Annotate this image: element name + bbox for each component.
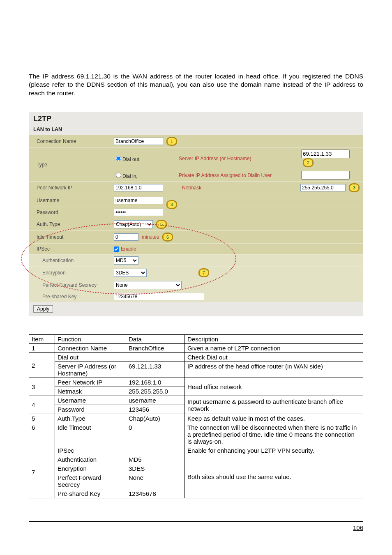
peer-network-input[interactable]	[114, 184, 163, 191]
idle-unit: minutes	[142, 234, 159, 240]
reference-table: Item Function Data Description 1 Connect…	[29, 334, 363, 498]
table-row: Server IP Address (or Hostname) 69.121.1…	[29, 362, 363, 378]
server-ip-label: Server IP Address (or Hostname)	[179, 156, 298, 161]
table-row: Authentication MD5 Both sites should use…	[29, 455, 363, 464]
connection-name-input[interactable]	[114, 138, 163, 145]
table-row: 6 Idle Timeout 0 The connection will be …	[29, 423, 363, 446]
encryption-label: Encryption	[29, 266, 111, 279]
psk-input[interactable]	[114, 293, 204, 300]
callout-1: 1	[166, 137, 177, 146]
encryption-select[interactable]: 3DES	[114, 269, 147, 277]
type-label: Type	[29, 147, 111, 181]
callout-6: 6	[162, 233, 173, 242]
netmask-input[interactable]	[300, 184, 346, 191]
ref-h-desc: Description	[185, 335, 363, 344]
table-row: 2 Dial out Check Dial out	[29, 353, 363, 362]
callout-7: 7	[198, 268, 209, 277]
intro-paragraph: The IP address 69.1.121.30 is the WAN ad…	[29, 72, 363, 98]
private-ip-label: Private IP Address Assigned to Dialin Us…	[179, 173, 298, 178]
apply-button[interactable]: Apply	[33, 305, 53, 313]
username-input[interactable]	[114, 197, 163, 204]
callout-3: 3	[349, 183, 360, 192]
table-row: 3 Peer Network IP 192.168.1.0 Head offic…	[29, 378, 363, 387]
netmask-label: Netmask	[182, 185, 297, 191]
dial-in-label: Dial in,	[122, 173, 138, 179]
peer-network-label: Peer Network IP	[29, 181, 111, 194]
auth-type-label: Auth. Type	[29, 218, 111, 230]
password-input[interactable]	[114, 209, 163, 216]
callout-5: 5	[156, 220, 167, 229]
idle-timeout-input[interactable]	[114, 233, 138, 241]
ref-h-function: Function	[55, 335, 126, 344]
ref-h-item: Item	[29, 335, 55, 344]
callout-4: 4	[166, 200, 177, 209]
ipsec-label: IPSec	[29, 243, 111, 254]
auth-type-select[interactable]: Chap(Auto)	[114, 220, 153, 228]
table-row: 7 IPSec Enable for enhancing your L2TP V…	[29, 446, 363, 455]
ipsec-enable-label: Enable	[121, 246, 136, 252]
server-ip-input[interactable]	[301, 150, 350, 158]
pfs-label: Perfect Forward Secrecy	[29, 279, 111, 291]
callout-2: 2	[303, 158, 314, 167]
footer-rule	[29, 521, 363, 522]
authentication-select[interactable]: MD5	[114, 256, 138, 265]
idle-timeout-label: Idle Timeout	[29, 230, 111, 243]
password-label: Password	[29, 207, 111, 218]
panel-subtitle: LAN to LAN	[29, 125, 363, 135]
psk-label: Pre-shared Key	[29, 291, 111, 302]
panel-title: L2TP	[29, 112, 363, 125]
dial-out-label: Dial out,	[122, 157, 141, 162]
dial-in-radio[interactable]: Dial in,	[114, 171, 138, 179]
table-row: 5 Auth.Type Chap(Auto) Keep as default v…	[29, 414, 363, 423]
authentication-label: Authentication	[29, 254, 111, 266]
username-label: Username	[29, 194, 111, 207]
table-row: 1 Connection Name BranchOffice Given a n…	[29, 344, 363, 353]
l2tp-panel: L2TP LAN to LAN Connection Name 1 Type D…	[29, 112, 363, 316]
private-ip-input[interactable]	[301, 171, 350, 180]
pfs-select[interactable]: None	[114, 281, 182, 289]
connection-name-label: Connection Name	[29, 135, 111, 147]
ipsec-enable-checkbox[interactable]: Enable	[114, 246, 136, 252]
table-row: 4 Username username Input username & pas…	[29, 396, 363, 405]
ref-h-data: Data	[126, 335, 185, 344]
page-number: 106	[353, 524, 363, 531]
dial-out-radio[interactable]: Dial out,	[114, 154, 141, 162]
